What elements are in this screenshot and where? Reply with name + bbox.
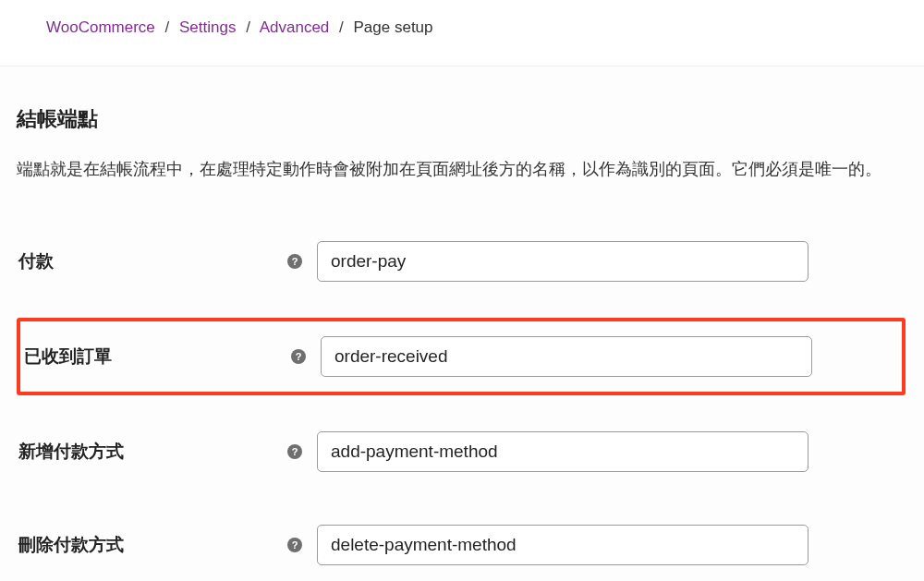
help-icon[interactable]: ?	[287, 444, 302, 459]
field-label-add-payment-method: 新增付款方式	[17, 440, 287, 464]
field-row-pay: 付款 ?	[17, 224, 906, 298]
breadcrumb-link-advanced[interactable]: Advanced	[260, 18, 330, 36]
section-title: 結帳端點	[17, 105, 906, 133]
input-order-pay[interactable]	[317, 241, 808, 282]
help-icon[interactable]: ?	[291, 349, 306, 364]
breadcrumb: WooCommerce / Settings / Advanced / Page…	[0, 0, 924, 66]
input-order-received[interactable]	[321, 336, 812, 377]
section-description: 端點就是在結帳流程中，在處理特定動作時會被附加在頁面網址後方的名稱，以作為識別的…	[17, 156, 906, 183]
field-row-add-payment-method: 新增付款方式 ?	[17, 415, 906, 489]
breadcrumb-separator: /	[246, 18, 250, 36]
input-delete-payment-method[interactable]	[317, 525, 808, 565]
input-add-payment-method[interactable]	[317, 431, 808, 472]
field-row-order-received: 已收到訂單 ?	[17, 318, 906, 395]
breadcrumb-link-woocommerce[interactable]: WooCommerce	[46, 18, 155, 36]
field-row-delete-payment-method: 刪除付款方式 ?	[17, 508, 906, 581]
field-label-pay: 付款	[17, 249, 287, 273]
help-icon[interactable]: ?	[287, 254, 302, 269]
breadcrumb-link-settings[interactable]: Settings	[179, 18, 236, 36]
breadcrumb-separator: /	[339, 18, 344, 36]
breadcrumb-current: Page setup	[354, 18, 433, 36]
field-label-order-received: 已收到訂單	[20, 345, 291, 369]
page-content: 結帳端點 端點就是在結帳流程中，在處理特定動作時會被附加在頁面網址後方的名稱，以…	[0, 66, 924, 581]
help-icon[interactable]: ?	[287, 538, 302, 552]
breadcrumb-separator: /	[165, 18, 170, 36]
field-label-delete-payment-method: 刪除付款方式	[17, 533, 287, 557]
